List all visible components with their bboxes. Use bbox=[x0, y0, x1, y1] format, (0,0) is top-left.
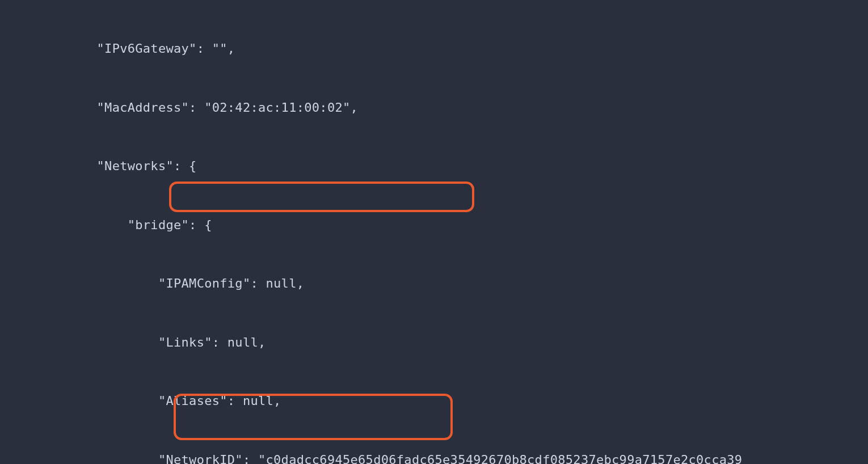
output-line: "bridge": { bbox=[0, 216, 868, 235]
output-line: "Networks": { bbox=[0, 157, 868, 176]
output-line: "Links": null, bbox=[0, 333, 868, 353]
terminal-output[interactable]: "IPv6Gateway": "", "MacAddress": "02:42:… bbox=[0, 0, 868, 464]
highlight-ipaddress bbox=[169, 182, 474, 212]
output-line: "Aliases": null, bbox=[0, 391, 868, 411]
output-line: "MacAddress": "02:42:ac:11:00:02", bbox=[0, 98, 868, 118]
output-line: "IPv6Gateway": "", bbox=[0, 39, 868, 59]
output-line: "NetworkID": "c0dadcc6945e65d06fadc65e35… bbox=[0, 450, 868, 465]
output-line: "IPAMConfig": null, bbox=[0, 274, 868, 294]
